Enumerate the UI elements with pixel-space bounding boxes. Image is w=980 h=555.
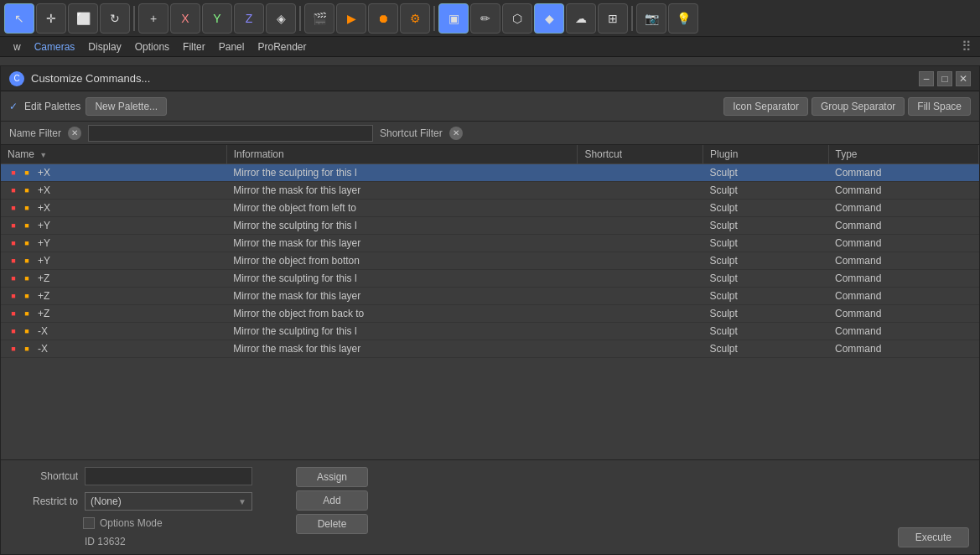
row-info-cell: Mirror the mask for this layer [226, 288, 578, 305]
row-name: +Y [38, 237, 50, 249]
close-button[interactable]: ✕ [956, 71, 971, 86]
row-name-cell: ■ ■ +Y [1, 217, 226, 235]
toolbar-separator-1 [133, 6, 135, 31]
assign-button[interactable]: Assign [296, 467, 368, 487]
menu-item-w[interactable]: w [7, 39, 28, 54]
table-row[interactable]: ■ ■ +Y Mirror the object from botton Scu… [1, 252, 979, 270]
camera-icon[interactable]: 📷 [636, 3, 666, 34]
cube-icon[interactable]: ▣ [438, 3, 469, 34]
filter-bar: Name Filter ✕ Shortcut Filter ✕ [1, 122, 979, 145]
row-name: +X [38, 167, 50, 179]
menu-item-panel[interactable]: Panel [212, 39, 251, 54]
toolbar-separator-4 [631, 6, 633, 31]
axis-x-icon[interactable]: X [170, 3, 200, 34]
row-shortcut-cell [578, 182, 703, 200]
record-icon[interactable]: ⏺ [368, 3, 398, 34]
table-row[interactable]: ■ ■ +X Mirror the sculpting for this l S… [1, 164, 979, 182]
row-info-cell: Mirror the sculpting for this l [226, 323, 578, 340]
row-info-cell: Mirror the object from botton [226, 252, 578, 270]
shortcut-input[interactable] [85, 467, 252, 485]
restrict-select[interactable]: (None) ▼ [85, 492, 252, 511]
row-icon-2: ■ [21, 272, 33, 284]
move-icon[interactable]: ✛ [36, 3, 66, 34]
playback-icon[interactable]: ▶ [336, 3, 366, 34]
table-row[interactable]: ■ ■ +Z Mirror the object from back to Sc… [1, 305, 979, 323]
maximize-button[interactable]: □ [937, 71, 952, 86]
restrict-value: (None) [91, 495, 122, 507]
menu-item-display[interactable]: Display [81, 39, 127, 54]
settings-icon[interactable]: ⚙ [400, 3, 430, 34]
menu-item-options[interactable]: Options [128, 39, 176, 54]
row-info-cell: Mirror the object from left to [226, 200, 578, 217]
row-type-cell: Command [828, 288, 978, 305]
plugin-icon[interactable]: ⬡ [502, 3, 532, 34]
main-toolbar: ↖ ✛ ⬜ ↻ + X Y Z ◈ 🎬 ▶ ⏺ ⚙ ▣ ✏ ⬡ ◆ ☁ ⊞ 📷 … [0, 0, 980, 37]
row-plugin-cell: Sculpt [703, 217, 828, 235]
rotate-icon[interactable]: ↻ [100, 3, 130, 34]
menu-item-prorender[interactable]: ProRender [251, 39, 313, 54]
paint-icon[interactable]: ☁ [566, 3, 596, 34]
grid-icon[interactable]: ⊞ [598, 3, 628, 34]
table-scroll[interactable]: Name ▼ Information Shortcut Plugin Type … [1, 145, 979, 459]
row-shortcut-cell [578, 217, 703, 235]
row-name-cell: ■ ■ +X [1, 200, 226, 217]
separator-buttons: Icon Separator Group Separator Fill Spac… [723, 97, 971, 116]
gem-icon[interactable]: ◆ [534, 3, 564, 34]
row-shortcut-cell [578, 340, 703, 358]
row-info-cell: Mirror the mask for this layer [226, 235, 578, 252]
row-shortcut-cell [578, 235, 703, 252]
delete-button[interactable]: Delete [296, 514, 368, 534]
palette-bar: ✓ Edit Palettes New Palette... Icon Sepa… [1, 91, 979, 122]
table-row[interactable]: ■ ■ +Z Mirror the sculpting for this l S… [1, 270, 979, 288]
dialog-titlebar: C Customize Commands... – □ ✕ [1, 66, 979, 91]
table-row[interactable]: ■ ■ +Z Mirror the mask for this layer Sc… [1, 288, 979, 305]
name-filter-input[interactable] [88, 125, 373, 142]
light-icon[interactable]: 💡 [668, 3, 698, 34]
table-row[interactable]: ■ ■ +X Mirror the object from left to Sc… [1, 200, 979, 217]
axis-z-icon[interactable]: Z [234, 3, 264, 34]
group-separator-button[interactable]: Group Separator [811, 97, 905, 116]
row-info-cell: Mirror the sculpting for this l [226, 164, 578, 182]
name-filter-label: Name Filter [9, 127, 61, 139]
menu-item-filter[interactable]: Filter [176, 39, 212, 54]
row-plugin-cell: Sculpt [703, 182, 828, 200]
row-info-cell: Mirror the mask for this layer [226, 340, 578, 358]
dialog-title: Customize Commands... [31, 72, 915, 85]
table-row[interactable]: ■ ■ +Y Mirror the mask for this layer Sc… [1, 235, 979, 252]
row-icon-1: ■ [8, 255, 19, 267]
axis-y-icon[interactable]: Y [202, 3, 232, 34]
table-row[interactable]: ■ ■ +Y Mirror the sculpting for this l S… [1, 217, 979, 235]
row-icon-1: ■ [8, 308, 19, 319]
add-button[interactable]: Add [296, 490, 368, 511]
restrict-label: Restrict to [11, 495, 78, 507]
row-name-cell: ■ ■ +Z [1, 270, 226, 288]
row-icon-1: ■ [8, 184, 19, 196]
execute-button[interactable]: Execute [898, 527, 969, 547]
row-icon-1: ■ [8, 325, 19, 337]
row-icon-2: ■ [21, 184, 33, 196]
clapboard-icon[interactable]: 🎬 [304, 3, 334, 34]
minimize-button[interactable]: – [919, 71, 934, 86]
object-icon[interactable]: ◈ [266, 3, 296, 34]
fill-space-button[interactable]: Fill Space [908, 97, 971, 116]
plus-icon[interactable]: + [138, 3, 169, 34]
name-filter-clear[interactable]: ✕ [68, 127, 81, 140]
row-icon-1: ■ [8, 237, 19, 249]
table-row[interactable]: ■ ■ -X Mirror the sculpting for this l S… [1, 323, 979, 340]
table-row[interactable]: ■ ■ +X Mirror the mask for this layer Sc… [1, 182, 979, 200]
shortcut-panel: Shortcut Restrict to (None) ▼ Options Mo… [11, 467, 279, 547]
brush-icon[interactable]: ✏ [470, 3, 500, 34]
shortcut-filter-clear[interactable]: ✕ [449, 127, 463, 140]
scale-icon[interactable]: ⬜ [68, 3, 98, 34]
new-palette-button[interactable]: New Palette... [86, 97, 167, 116]
icon-separator-button[interactable]: Icon Separator [723, 97, 808, 116]
id-display: ID 13632 [85, 536, 126, 547]
commands-table: Name ▼ Information Shortcut Plugin Type … [1, 145, 979, 358]
grip-icon: ⠿ [962, 39, 972, 54]
table-row[interactable]: ■ ■ -X Mirror the mask for this layer Sc… [1, 340, 979, 358]
options-mode-checkbox[interactable] [83, 517, 95, 529]
menu-item-cameras[interactable]: Cameras [28, 39, 82, 54]
select-icon[interactable]: ↖ [4, 3, 34, 34]
row-type-cell: Command [828, 305, 978, 323]
bottom-panel: Shortcut Restrict to (None) ▼ Options Mo… [1, 459, 979, 554]
